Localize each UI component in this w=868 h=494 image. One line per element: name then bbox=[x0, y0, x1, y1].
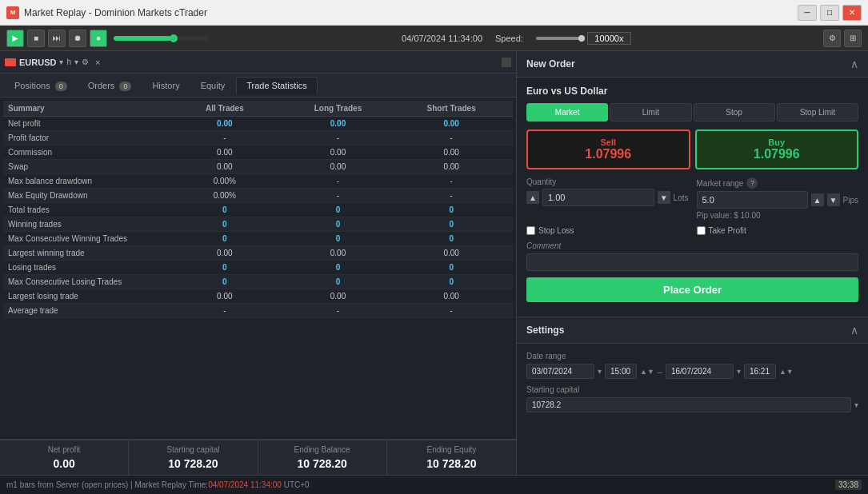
comment-input[interactable] bbox=[526, 253, 858, 271]
layout-icon[interactable]: ⊞ bbox=[844, 30, 862, 47]
chart-settings-icon[interactable]: ⚙ bbox=[82, 58, 89, 66]
end-date-input[interactable] bbox=[666, 364, 734, 379]
start-time-spin[interactable]: ▲▼ bbox=[640, 368, 654, 376]
settings-title: Settings bbox=[526, 325, 564, 336]
order-type-stop-limit[interactable]: Stop Limit bbox=[777, 103, 858, 122]
ending-equity-value: 10 728.20 bbox=[395, 457, 508, 470]
symbol-flag bbox=[5, 58, 16, 66]
pips-field-row: ▲ ▼ Pips bbox=[697, 191, 859, 209]
speed-control: 10000x bbox=[536, 32, 631, 45]
stop-loss-checkbox[interactable] bbox=[526, 226, 535, 235]
window-controls[interactable]: ─ □ ✕ bbox=[798, 5, 862, 21]
stop-loss-text: Stop Loss bbox=[538, 226, 574, 235]
speed-value[interactable]: 10000x bbox=[587, 32, 631, 45]
order-content: Euro vs US Dollar Market Limit Stop Stop… bbox=[517, 78, 868, 317]
settings-icon[interactable]: ⚙ bbox=[823, 30, 841, 47]
row-label: Max Consecutive Winning Trades bbox=[8, 234, 168, 243]
take-profit-label[interactable]: Take Profit bbox=[697, 226, 859, 235]
settings-collapse-icon[interactable]: ∧ bbox=[850, 324, 858, 337]
close-button[interactable]: ✕ bbox=[842, 5, 862, 21]
maximize-button[interactable]: □ bbox=[820, 5, 839, 21]
order-type-market[interactable]: Market bbox=[526, 103, 608, 122]
progress-thumb[interactable] bbox=[170, 34, 178, 42]
table-row: Max Equity Drawdown 0.00% - - bbox=[3, 189, 513, 203]
market-range-help-icon[interactable]: ? bbox=[746, 177, 758, 189]
row-short: - bbox=[394, 133, 508, 142]
tab-history[interactable]: History bbox=[142, 78, 189, 94]
table-row: Largest winning trade 0.00 0.00 0.00 bbox=[3, 246, 513, 261]
symbol-dropdown[interactable]: ▾ bbox=[59, 58, 63, 66]
minimize-button[interactable]: ─ bbox=[798, 5, 817, 21]
starting-capital-input[interactable] bbox=[526, 397, 851, 412]
speed-label: Speed: bbox=[495, 34, 523, 43]
speed-thumb[interactable] bbox=[578, 35, 585, 42]
ending-equity-label: Ending Equity bbox=[395, 445, 508, 454]
row-short: - bbox=[394, 177, 508, 185]
row-long: - bbox=[282, 191, 395, 200]
toolbar-center: 04/07/2024 11:34:00 Speed: 10000x bbox=[213, 32, 820, 45]
footer-ending-equity: Ending Equity 10 728.20 bbox=[387, 440, 516, 475]
new-order-header[interactable]: New Order ∧ bbox=[517, 51, 868, 78]
header-all-trades: All Trades bbox=[168, 104, 282, 113]
take-profit-text: Take Profit bbox=[709, 226, 746, 235]
connect-button[interactable]: ● bbox=[90, 30, 107, 47]
order-type-stop[interactable]: Stop bbox=[694, 103, 775, 122]
sell-button[interactable]: Sell 1.07996 bbox=[526, 129, 690, 169]
new-order-collapse-icon[interactable]: ∧ bbox=[850, 58, 858, 70]
record-button[interactable]: ⏺ bbox=[69, 30, 86, 47]
stop-button[interactable]: ■ bbox=[27, 30, 45, 47]
stop-loss-label[interactable]: Stop Loss bbox=[526, 226, 689, 235]
starting-capital-dropdown[interactable]: ▾ bbox=[854, 400, 858, 409]
row-all: - bbox=[168, 306, 282, 315]
pips-decrement[interactable]: ▼ bbox=[827, 193, 840, 206]
pips-unit: Pips bbox=[843, 196, 858, 205]
tab-trade-statistics[interactable]: Trade Statistics bbox=[236, 77, 317, 94]
end-time-input[interactable] bbox=[744, 364, 776, 379]
table-row: Max balance drawdown 0.00% - - bbox=[3, 174, 513, 189]
settings-content: Date range ▾ ▲▼ – ▾ ▲▼ Starting capital … bbox=[517, 344, 868, 420]
pips-increment[interactable]: ▲ bbox=[811, 193, 824, 206]
row-label: Max Equity Drawdown bbox=[8, 191, 168, 200]
tab-positions[interactable]: Positions 0 bbox=[5, 78, 77, 94]
take-profit-checkbox[interactable] bbox=[697, 226, 706, 235]
place-order-button[interactable]: Place Order bbox=[526, 277, 858, 302]
ending-balance-label: Ending Balance bbox=[266, 445, 378, 454]
row-long: 0.00 bbox=[282, 249, 395, 257]
row-long: 0.00 bbox=[282, 292, 395, 301]
timeframe-dropdown[interactable]: ▾ bbox=[74, 58, 78, 66]
quantity-input[interactable] bbox=[542, 189, 654, 206]
progress-bar-area bbox=[114, 36, 210, 41]
row-label: Losing trades bbox=[8, 263, 168, 272]
quantity-increment[interactable]: ▼ bbox=[658, 191, 670, 204]
symbol-close-button[interactable]: × bbox=[95, 58, 100, 67]
speed-label-area: Speed: bbox=[495, 34, 523, 43]
row-long: 0.00 bbox=[282, 119, 395, 128]
stats-container: Summary All Trades Long Trades Short Tra… bbox=[0, 98, 516, 439]
start-date-dropdown[interactable]: ▾ bbox=[598, 367, 602, 376]
quantity-decrement[interactable]: ▲ bbox=[526, 191, 539, 204]
tab-equity[interactable]: Equity bbox=[191, 78, 235, 94]
start-date-input[interactable] bbox=[526, 364, 594, 379]
table-row: Total trades 0 0 0 bbox=[3, 203, 513, 217]
start-time-input[interactable] bbox=[605, 364, 637, 379]
settings-header[interactable]: Settings ∧ bbox=[517, 317, 868, 344]
speed-slider-track[interactable] bbox=[536, 37, 584, 40]
pips-input[interactable] bbox=[697, 191, 808, 209]
buy-button[interactable]: Buy 1.07996 bbox=[695, 129, 859, 169]
play-button[interactable]: ▶ bbox=[6, 30, 24, 47]
order-type-limit[interactable]: Limit bbox=[610, 103, 691, 122]
sell-label: Sell bbox=[534, 137, 682, 147]
end-date-dropdown[interactable]: ▾ bbox=[737, 367, 741, 376]
end-time-spin[interactable]: ▲▼ bbox=[779, 368, 794, 376]
row-long: 0.00 bbox=[282, 148, 395, 157]
trade-buttons: Sell 1.07996 Buy 1.07996 bbox=[526, 129, 858, 169]
toolbar-time: 04/07/2024 11:34:00 bbox=[402, 34, 482, 43]
tab-orders[interactable]: Orders 0 bbox=[78, 78, 142, 94]
stats-rows: Net profit 0.00 0.00 0.00 Profit factor … bbox=[3, 117, 513, 318]
step-button[interactable]: ⏭ bbox=[48, 30, 66, 47]
starting-capital-row: ▾ bbox=[526, 397, 858, 412]
table-row: Profit factor - - - bbox=[3, 131, 513, 145]
row-short: 0 bbox=[394, 263, 508, 272]
left-panel: EURUSD ▾ h ▾ ⚙ × Positions 0 Orders 0 Hi… bbox=[0, 51, 516, 475]
row-label: Max Consecutive Losing Trades bbox=[8, 277, 168, 286]
